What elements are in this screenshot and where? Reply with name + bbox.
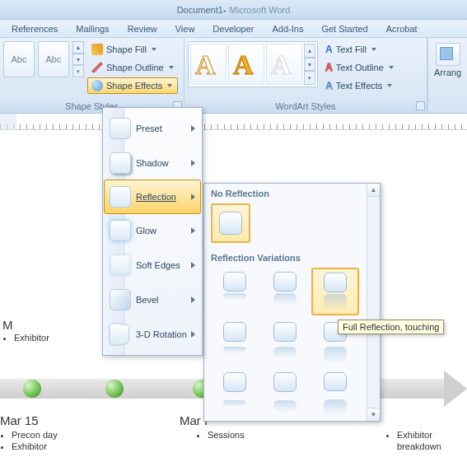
reflection-variation-1[interactable] xyxy=(211,268,259,315)
wordart-scroll-up[interactable]: ▲ xyxy=(304,44,315,58)
tab-addins[interactable]: Add-Ins xyxy=(273,24,304,34)
reflection-variation-7[interactable] xyxy=(211,368,259,416)
reflection-variation-8[interactable] xyxy=(261,368,309,416)
tab-view[interactable]: View xyxy=(175,24,195,34)
menu-item-shadow[interactable]: Shadow xyxy=(105,146,200,180)
text-effects-label: Text Effects xyxy=(336,81,383,91)
shape-outline-button[interactable]: Shape Outline xyxy=(87,59,178,76)
chevron-right-icon xyxy=(191,194,195,200)
wordart-scroll-down[interactable]: ▼ xyxy=(304,58,315,72)
shape-outline-label: Shape Outline xyxy=(106,63,164,72)
bullet-exhibitor-2: Exhibitor xyxy=(397,430,441,440)
bullet-exhibitor-top: Exhibitor xyxy=(14,333,49,343)
menu-item-3drotation[interactable]: 3-D Rotation xyxy=(105,317,200,352)
titlebar: Document1 - Microsoft Word xyxy=(0,0,467,20)
shape-style-more[interactable]: ▾ xyxy=(72,65,84,77)
chevron-right-icon xyxy=(191,125,195,132)
group-label-wordart-styles: WordArt Styles xyxy=(184,100,427,113)
no-reflection-option[interactable] xyxy=(211,203,250,243)
chevron-right-icon xyxy=(191,160,195,166)
bullet-breakdown: breakdown xyxy=(397,441,441,451)
tab-review[interactable]: Review xyxy=(128,24,157,34)
reflection-icon xyxy=(110,186,131,208)
shape-fill-button[interactable]: Shape Fill xyxy=(87,41,178,58)
reflection-variation-9[interactable] xyxy=(311,368,359,416)
tab-acrobat[interactable]: Acrobat xyxy=(386,24,418,34)
app-name: Microsoft Word xyxy=(230,5,291,15)
chevron-right-icon xyxy=(191,331,195,338)
shape-effects-label: Shape Effects xyxy=(106,81,162,91)
date-mar15: Mar 15 xyxy=(0,413,39,427)
shape-effects-button[interactable]: Shape Effects xyxy=(87,77,178,94)
menu-item-glow[interactable]: Glow xyxy=(105,213,200,248)
bucket-icon xyxy=(91,44,103,55)
scroll-up-button[interactable]: ▲ xyxy=(367,184,380,197)
menu-item-bevel[interactable]: Bevel xyxy=(105,282,200,317)
reflection-variation-3[interactable] xyxy=(311,268,359,315)
chevron-right-icon xyxy=(191,227,195,234)
tab-references[interactable]: References xyxy=(12,24,58,34)
chevron-down-icon xyxy=(387,84,392,87)
reflection-variation-2[interactable] xyxy=(261,268,309,315)
menu-item-softedges[interactable]: Soft Edges xyxy=(105,248,200,282)
dialog-launcher-wordart-styles[interactable] xyxy=(416,101,425,110)
chevron-down-icon xyxy=(167,84,172,87)
shape-style-thumb-1[interactable]: Abc xyxy=(3,41,35,77)
timeline-marker-2[interactable] xyxy=(105,380,124,398)
group-shape-styles: Abc Abc ▲ ▼ ▾ Shape Fill Shape Outline xyxy=(0,38,184,113)
horizontal-ruler[interactable] xyxy=(0,114,467,130)
arrange-icon[interactable] xyxy=(436,43,460,66)
group-wordart-styles: A A A ▲ ▼ ▾ A Text Fill xyxy=(184,38,427,113)
menu-item-reflection[interactable]: Reflection xyxy=(104,180,201,214)
text-fill-button[interactable]: A Text Fill xyxy=(321,41,398,58)
effects-icon xyxy=(91,80,103,91)
ribbon: Abc Abc ▲ ▼ ▾ Shape Fill Shape Outline xyxy=(0,38,467,114)
glow-icon xyxy=(110,220,131,241)
chevron-down-icon xyxy=(169,66,174,69)
chevron-down-icon xyxy=(152,48,156,51)
shape-effects-menu: Preset Shadow Reflection Glow Soft Edges… xyxy=(102,107,203,356)
no-reflection-thumb-icon xyxy=(219,212,242,235)
wordart-item-3[interactable]: A xyxy=(266,44,302,85)
tab-getstarted[interactable]: Get Started xyxy=(321,24,367,34)
no-reflection-header: No Reflection xyxy=(204,184,380,203)
shape-style-scroll-down[interactable]: ▼ xyxy=(72,54,84,66)
svg-text:A: A xyxy=(195,49,216,80)
reflection-panel-scrollbar[interactable]: ▲ ▼ xyxy=(367,184,380,421)
title-sep: - xyxy=(223,5,226,15)
pencil-icon xyxy=(91,62,103,73)
preset-icon xyxy=(110,118,131,139)
wordart-gallery[interactable]: A A A ▲ ▼ ▾ xyxy=(188,41,318,87)
softedges-icon xyxy=(110,254,131,276)
partial-text: M xyxy=(2,318,13,332)
bullet-precon: Precon day xyxy=(12,430,58,440)
wordart-item-1[interactable]: A xyxy=(190,44,226,85)
chevron-down-icon xyxy=(371,48,376,51)
wordart-more[interactable]: ▾ xyxy=(304,71,315,85)
text-outline-label: Text Outline xyxy=(336,63,384,72)
doc-name: Document1 xyxy=(177,5,223,15)
svg-text:A: A xyxy=(271,49,292,80)
tab-mailings[interactable]: Mailings xyxy=(76,24,109,34)
reflection-gallery-panel: No Reflection Reflection Variations ▲ ▼ xyxy=(203,183,381,422)
reflection-variation-5[interactable] xyxy=(261,318,309,366)
arrange-label: Arrang xyxy=(434,68,461,77)
reflection-variation-4[interactable] xyxy=(211,318,259,366)
text-fill-label: Text Fill xyxy=(336,44,367,54)
shape-style-scroll-up[interactable]: ▲ xyxy=(72,41,84,54)
svg-text:A: A xyxy=(233,49,254,80)
shadow-icon xyxy=(110,152,131,174)
menu-item-preset[interactable]: Preset xyxy=(105,111,200,146)
text-effects-button[interactable]: A Text Effects xyxy=(321,77,398,94)
text-fill-icon: A xyxy=(325,44,333,55)
timeline-marker-1[interactable] xyxy=(23,380,41,398)
text-outline-button[interactable]: A Text Outline xyxy=(321,59,398,76)
wordart-item-2[interactable]: A xyxy=(228,44,264,85)
tab-developer[interactable]: Developer xyxy=(212,24,254,34)
tooltip-full-reflection: Full Reflection, touching xyxy=(338,320,444,334)
shape-style-thumb-2[interactable]: Abc xyxy=(38,41,69,77)
scroll-down-button[interactable]: ▼ xyxy=(367,408,380,421)
bullet-sessions: Sessions xyxy=(208,430,245,440)
chevron-right-icon xyxy=(191,296,195,303)
bevel-icon xyxy=(110,289,131,310)
